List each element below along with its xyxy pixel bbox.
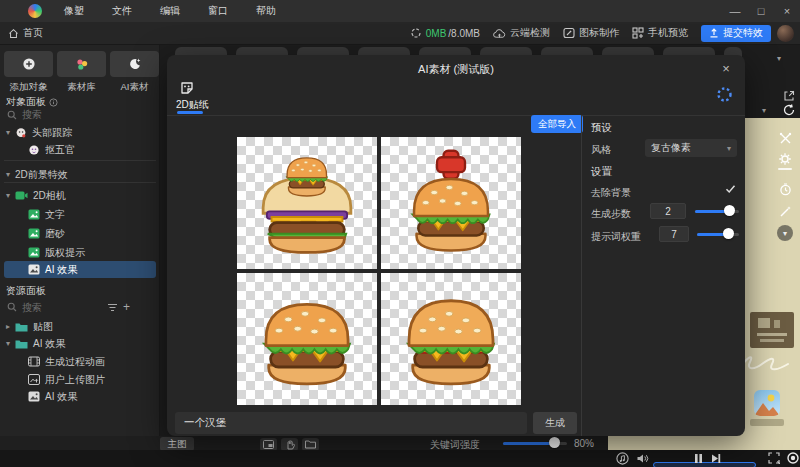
tree-item-ai-effect-resource[interactable]: AI 效果 (28, 389, 77, 404)
speaker-icon[interactable] (636, 452, 649, 465)
ai-material-button[interactable] (110, 51, 159, 77)
add-circle-icon (22, 57, 36, 71)
weight-value-input[interactable] (659, 226, 689, 242)
import-all-button[interactable]: 全部导入 (531, 115, 583, 133)
music-icon[interactable] (616, 452, 629, 465)
object-search-input[interactable] (22, 109, 102, 120)
chevron-down-icon[interactable]: ▾ (6, 128, 10, 137)
divider (4, 160, 156, 161)
pause-button[interactable] (694, 453, 703, 464)
resource-panel-search[interactable]: + (7, 300, 153, 314)
image-layer-icon (28, 391, 40, 402)
check-icon[interactable] (725, 184, 736, 194)
settings-divider (581, 115, 582, 436)
icon-making-button[interactable]: 图标制作 (563, 26, 619, 40)
home-icon (8, 28, 19, 39)
tree-item-user-uploads[interactable]: 用户上传图片 (28, 372, 105, 387)
tree-item-ai-effect-selected[interactable]: AI 效果 (4, 261, 156, 278)
menu-window[interactable]: 窗口 (194, 4, 242, 18)
upload-icon (709, 28, 719, 38)
slider-thumb[interactable] (724, 205, 735, 216)
add-object-button[interactable] (4, 51, 53, 77)
timer-tool-icon[interactable] (774, 178, 796, 200)
style-dropdown[interactable]: 复古像素 ▾ (645, 139, 737, 157)
main-layer-chip[interactable]: 主图 (160, 437, 194, 451)
submit-effect-button[interactable]: 提交特效 (701, 25, 771, 42)
weight-label: 提示词权重 (591, 230, 641, 244)
window-minimize-button[interactable]: — (722, 0, 748, 22)
export-icon[interactable] (783, 90, 795, 102)
icon-making-icon (563, 27, 575, 39)
slider-thumb[interactable] (723, 228, 734, 239)
resource-search-input[interactable] (22, 302, 102, 313)
window-close-button[interactable]: × (774, 0, 800, 22)
tree-item-head-tracking[interactable]: ▾ 头部跟踪 (6, 125, 72, 140)
menu-edit[interactable]: 编辑 (146, 4, 194, 18)
chevron-down-icon[interactable]: ▾ (6, 191, 10, 200)
tree-item-frosted[interactable]: 磨砂 (28, 226, 65, 241)
tree-item-face-cutout[interactable]: 抠五官 (28, 142, 75, 157)
weight-slider[interactable] (697, 228, 739, 240)
chevron-right-icon[interactable]: ▸ (6, 322, 10, 331)
dialog-settings-spinner-icon[interactable] (716, 86, 733, 103)
keyword-strength-slider[interactable] (503, 437, 567, 449)
style-value: 复古像素 (651, 141, 691, 155)
sticker-tab-icon (180, 81, 194, 95)
tree-item-ai-effects-folder[interactable]: ▾ AI 效果 (6, 336, 65, 351)
generated-image[interactable] (237, 273, 377, 405)
weight-value-box[interactable] (659, 226, 689, 242)
tree-item-text-layer[interactable]: 文字 (28, 207, 65, 222)
menu-file[interactable]: 文件 (98, 4, 146, 18)
filter-icon[interactable] (107, 303, 118, 312)
generate-button[interactable]: 生成 (533, 412, 577, 434)
left-sidebar: 添加对象 素材库 AI素材 对象面板 ▾ 头部跟踪 抠五官 ▾ 2D前景特效 ▾ (0, 45, 160, 467)
divider (4, 182, 156, 183)
next-frame-button[interactable] (711, 453, 721, 464)
camera-icon (15, 190, 28, 201)
steps-slider[interactable] (695, 205, 739, 217)
chevron-down-icon[interactable]: ▾ (6, 170, 10, 179)
info-icon (49, 98, 58, 107)
chevron-down-icon[interactable]: ▾ (6, 339, 10, 348)
window-maximize-button[interactable]: □ (748, 0, 774, 22)
folder-icon (15, 322, 28, 332)
tree-item-copyright[interactable]: 版权提示 (28, 245, 85, 260)
cloud-check-button[interactable]: 云端检测 (493, 26, 550, 40)
menu-help[interactable]: 帮助 (242, 4, 290, 18)
object-panel-title: 对象面板 (6, 95, 58, 109)
generated-image[interactable] (381, 137, 521, 269)
user-avatar[interactable] (777, 25, 794, 42)
menu-app[interactable]: 像塑 (50, 4, 98, 18)
home-button[interactable]: 首页 (8, 26, 43, 40)
ai-sparkle-icon (128, 57, 142, 71)
phone-preview-button[interactable]: 手机预览 (632, 26, 688, 40)
tab-2d-sticker[interactable]: 2D贴纸 (176, 98, 209, 112)
tree-item-stickers-folder[interactable]: ▸ 贴图 (6, 319, 53, 334)
steps-value-box[interactable] (650, 203, 686, 219)
generated-image[interactable] (381, 273, 521, 405)
refresh-icon[interactable] (782, 103, 796, 117)
remove-bg-label: 去除背景 (591, 186, 631, 200)
steps-label: 生成步数 (591, 207, 631, 221)
object-panel-search[interactable] (7, 109, 102, 120)
add-resource-icon[interactable]: + (123, 300, 130, 314)
chevron-down-icon[interactable]: ▾ (777, 54, 781, 63)
material-library-button[interactable] (57, 51, 106, 77)
tree-item-2d-camera[interactable]: ▾ 2D相机 (6, 188, 66, 203)
preview-image-thumb[interactable] (754, 390, 780, 416)
tree-item-fg-effects[interactable]: ▾ 2D前景特效 (6, 167, 68, 182)
magic-cut-tool-icon[interactable] (774, 127, 796, 149)
dialog-title: AI素材 (测试版) (167, 62, 745, 77)
slider-thumb[interactable] (549, 437, 560, 448)
prompt-input[interactable] (175, 412, 527, 434)
fullscreen-button[interactable] (768, 452, 780, 464)
close-icon[interactable]: × (719, 61, 733, 75)
record-button[interactable] (787, 452, 799, 464)
chevron-down-icon[interactable]: ▾ (762, 106, 766, 115)
magic-wand-tool-icon[interactable] (774, 200, 796, 222)
collapse-tools-button[interactable]: ▾ (774, 222, 796, 244)
gear-tool-icon[interactable] (774, 148, 796, 170)
steps-value-input[interactable] (650, 203, 686, 219)
generated-image[interactable] (237, 137, 377, 269)
tree-item-gen-process[interactable]: 生成过程动画 (28, 354, 105, 369)
